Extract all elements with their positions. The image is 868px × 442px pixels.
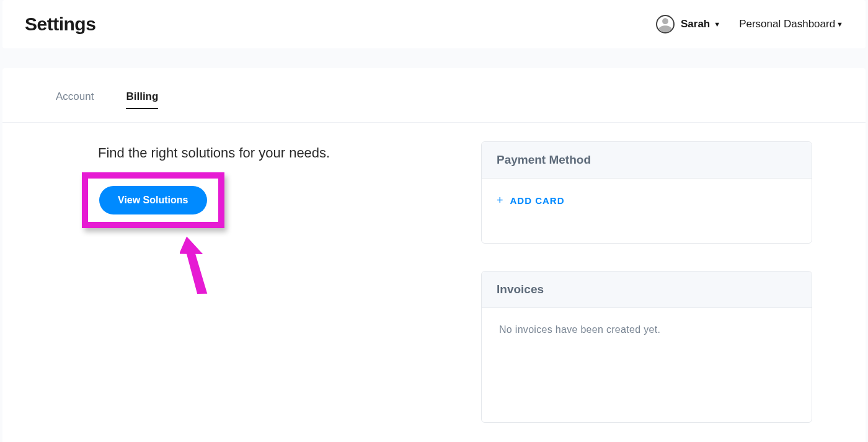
invoices-header: Invoices [482,272,812,308]
dashboard-switch[interactable]: Personal Dashboard ▼ [739,18,843,30]
caret-down-icon: ▼ [714,20,720,28]
left-column: Find the right solutions for your needs.… [56,141,456,442]
add-card-label: ADD CARD [510,195,565,206]
invoices-body: No invoices have been created yet. [482,308,812,422]
tab-account[interactable]: Account [56,91,94,108]
solutions-prompt: Find the right solutions for your needs. [98,145,456,161]
plus-icon: + [497,195,504,206]
content-wrap: Account Billing Find the right solutions… [2,68,866,442]
avatar-icon [656,15,675,33]
user-menu[interactable]: Sarah ▼ [656,15,720,33]
invoices-empty-text: No invoices have been created yet. [499,324,794,335]
svg-marker-0 [180,236,208,297]
header-bar: Settings Sarah ▼ Personal Dashboard ▼ [2,0,866,48]
payment-method-card: Payment Method + ADD CARD [481,141,812,244]
annotation-highlight-box: View Solutions [82,172,224,228]
page-title: Settings [25,14,95,35]
add-card-button[interactable]: + ADD CARD [497,195,797,206]
right-column: Payment Method + ADD CARD Invoices No in… [481,141,812,442]
view-solutions-button[interactable]: View Solutions [99,186,207,214]
annotation-arrow-icon [180,236,456,299]
header-right: Sarah ▼ Personal Dashboard ▼ [656,15,843,33]
tab-billing[interactable]: Billing [126,91,158,109]
payment-method-header: Payment Method [482,142,812,179]
dashboard-label: Personal Dashboard [739,18,835,30]
tabs: Account Billing [2,68,866,123]
invoices-card: Invoices No invoices have been created y… [481,271,812,423]
caret-down-icon: ▼ [836,20,843,28]
content: Find the right solutions for your needs.… [2,123,866,442]
payment-method-body: + ADD CARD [482,179,812,243]
user-name: Sarah [681,18,710,30]
